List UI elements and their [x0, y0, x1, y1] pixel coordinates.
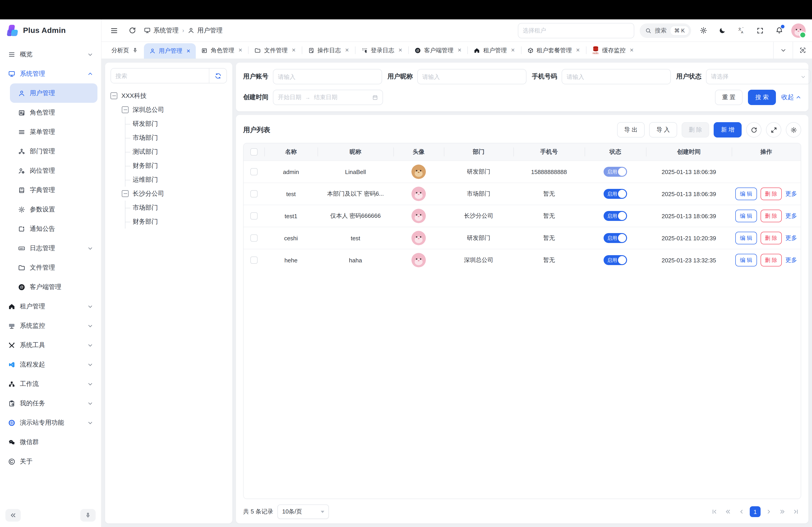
add-button[interactable]: 新 增 — [714, 122, 742, 137]
sidebar-item-file-mgmt[interactable]: 文件管理 — [10, 258, 98, 277]
prev-5-pages-button[interactable] — [723, 506, 734, 517]
page-size-select[interactable]: 10条/页 — [278, 505, 329, 519]
sidebar-item-system-monitor[interactable]: 系统监控 — [4, 316, 98, 335]
status-toggle[interactable]: 启用 — [604, 167, 627, 177]
more-button[interactable]: 更多 — [785, 256, 797, 264]
sidebar-item-log-mgmt[interactable]: DEV 日志管理 — [10, 239, 98, 258]
row-checkbox[interactable] — [250, 235, 258, 242]
tab-list-dropdown-button[interactable] — [773, 42, 793, 59]
tree-search-input[interactable] — [111, 69, 209, 83]
sidebar-item-workflow[interactable]: 工作流 — [4, 374, 98, 394]
sidebar-item-demo-features[interactable]: 演示站专用功能 — [4, 413, 98, 432]
sidebar-item-param-settings[interactable]: 参数设置 — [10, 200, 98, 219]
user-avatar[interactable] — [791, 23, 806, 37]
row-checkbox[interactable] — [250, 168, 258, 175]
nickname-input[interactable] — [417, 69, 526, 84]
delete-row-button[interactable]: 删 除 — [760, 232, 782, 244]
sidebar-item-notice[interactable]: 通知公告 — [10, 219, 98, 239]
select-all-checkbox[interactable] — [250, 148, 258, 155]
tab-role-mgmt[interactable]: 角色管理 ✕ — [196, 42, 248, 59]
collapse-caret-icon[interactable] — [122, 190, 129, 197]
close-icon[interactable]: ✕ — [511, 47, 515, 53]
first-page-button[interactable] — [709, 506, 720, 517]
tree-node-branch[interactable]: 深圳总公司 — [122, 103, 227, 117]
close-icon[interactable]: ✕ — [398, 47, 402, 53]
date-range-picker[interactable]: 开始日期 → 结束日期 — [273, 90, 383, 105]
tree-node-dept[interactable]: 市场部门 — [126, 201, 227, 215]
tab-operation-log[interactable]: 操作日志 ✕ — [303, 42, 354, 59]
settings-gear-icon[interactable] — [697, 24, 710, 37]
avatar[interactable] — [411, 165, 426, 179]
tab-tenant-mgmt[interactable]: 租户管理 ✕ — [468, 42, 520, 59]
close-icon[interactable]: ✕ — [458, 47, 462, 53]
last-page-button[interactable] — [791, 506, 801, 517]
status-toggle[interactable]: 启用 — [604, 211, 627, 221]
tab-analysis[interactable]: 分析页 — [106, 42, 144, 59]
collapse-caret-icon[interactable] — [122, 106, 129, 113]
table-refresh-button[interactable] — [746, 122, 762, 137]
pin-icon[interactable] — [132, 47, 139, 54]
more-button[interactable]: 更多 — [785, 190, 797, 198]
more-button[interactable]: 更多 — [785, 234, 797, 242]
sidebar-item-my-tasks[interactable]: 我的任务 — [4, 394, 98, 413]
sidebar-item-menu-mgmt[interactable]: 菜单管理 — [10, 122, 98, 141]
collapse-filters-link[interactable]: 收起 — [781, 93, 801, 102]
next-5-pages-button[interactable] — [777, 506, 788, 517]
row-checkbox[interactable] — [250, 212, 258, 220]
sidebar-item-role-mgmt[interactable]: 角色管理 — [10, 103, 98, 122]
import-button[interactable]: 导 入 — [649, 122, 677, 137]
edit-button[interactable]: 编 辑 — [735, 187, 757, 200]
export-button[interactable]: 导 出 — [617, 122, 644, 137]
account-input[interactable] — [273, 69, 382, 84]
row-checkbox[interactable] — [250, 190, 258, 197]
tree-node-dept[interactable]: 研发部门 — [126, 117, 227, 131]
tree-node-dept[interactable]: 测试部门 — [126, 145, 227, 159]
row-checkbox[interactable] — [250, 257, 258, 264]
edit-button[interactable]: 编 辑 — [735, 232, 757, 244]
status-toggle[interactable]: 启用 — [604, 255, 627, 265]
tab-file-mgmt[interactable]: 文件管理 ✕ — [249, 42, 301, 59]
content-fullscreen-button[interactable] — [793, 42, 812, 59]
table-settings-button[interactable] — [786, 122, 801, 137]
close-icon[interactable]: ✕ — [186, 48, 190, 54]
sidebar-item-overview[interactable]: 概览 — [4, 45, 98, 64]
sidebar-item-system-mgmt[interactable]: 系统管理 — [4, 64, 98, 84]
reset-button[interactable]: 重 置 — [715, 90, 743, 105]
tenant-select-input[interactable] — [518, 23, 634, 38]
sidebar-item-wechat-group[interactable]: 微信群 — [4, 432, 98, 452]
prev-page-button[interactable] — [736, 506, 747, 517]
status-toggle[interactable]: 启用 — [604, 189, 627, 199]
current-page-button[interactable]: 1 — [750, 506, 760, 517]
language-translate-icon[interactable]: 文A — [735, 24, 748, 37]
tab-cache-monitor[interactable]: redis 缓存监控 ✕ — [587, 42, 639, 59]
collapse-caret-icon[interactable] — [111, 92, 117, 99]
sidebar-item-user-mgmt[interactable]: 用户管理 — [10, 84, 98, 103]
close-icon[interactable]: ✕ — [292, 47, 296, 53]
tab-login-log[interactable]: 登录日志 ✕ — [356, 42, 408, 59]
sidebar-item-post-mgmt[interactable]: 岗位管理 — [10, 161, 98, 180]
table-fullscreen-button[interactable] — [766, 122, 781, 137]
edit-button[interactable]: 编 辑 — [735, 210, 757, 222]
global-search[interactable]: 搜索 ⌘ K — [639, 23, 691, 37]
delete-button[interactable]: 删 除 — [682, 122, 709, 137]
notification-bell-icon[interactable] — [772, 24, 786, 37]
edit-button[interactable]: 编 辑 — [735, 254, 757, 267]
tree-node-dept[interactable]: 运维部门 — [126, 173, 227, 187]
more-button[interactable]: 更多 — [785, 212, 797, 220]
hamburger-menu-icon[interactable] — [108, 24, 120, 37]
tree-node-dept[interactable]: 财务部门 — [126, 159, 227, 173]
sidebar-item-system-tools[interactable]: 系统工具 — [4, 335, 98, 355]
sidebar-item-tenant-mgmt[interactable]: 租户管理 — [4, 297, 98, 316]
tab-user-mgmt[interactable]: 用户管理 ✕ — [144, 43, 196, 59]
avatar[interactable] — [411, 231, 426, 245]
next-page-button[interactable] — [763, 506, 774, 517]
breadcrumb-user-mgmt[interactable]: 用户管理 — [188, 26, 223, 34]
close-icon[interactable]: ✕ — [576, 47, 580, 53]
tree-node-branch[interactable]: 长沙分公司 — [122, 187, 227, 201]
logo[interactable]: Plus Admin — [0, 19, 101, 42]
close-icon[interactable]: ✕ — [238, 47, 242, 53]
tree-refresh-icon[interactable] — [209, 69, 227, 83]
status-select[interactable]: 请选择 — [706, 69, 811, 84]
search-button[interactable]: 搜 索 — [748, 90, 776, 105]
status-toggle[interactable]: 启用 — [604, 233, 627, 243]
